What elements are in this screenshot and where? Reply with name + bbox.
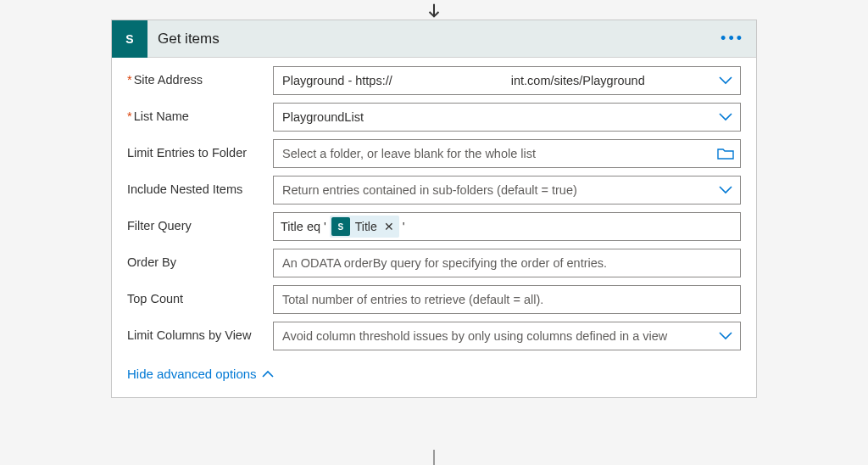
sharepoint-icon: S [331,217,350,236]
field-label: Include Nested Items [127,176,273,196]
dynamic-content-token[interactable]: S Title ✕ [330,216,399,238]
field-order-by: Order By An ODATA orderBy query for spec… [127,249,741,277]
include-nested-input[interactable]: Return entries contained in sub-folders … [273,176,741,204]
field-label: *List Name [127,103,273,123]
card-body: *Site Address Playground - https://int.c… [112,58,756,350]
filter-query-input[interactable]: Title eq ' S Title ✕ ' [273,212,741,241]
card-header[interactable]: S Get items ••• [112,20,756,58]
token-remove-button[interactable]: ✕ [382,220,396,233]
order-by-input[interactable]: An ODATA orderBy query for specifying th… [273,249,741,277]
chevron-down-icon [719,186,732,194]
field-list-name: *List Name PlaygroundList [127,103,741,132]
limit-columns-dropdown[interactable] [711,332,740,340]
chevron-down-icon [719,113,732,121]
folder-icon [717,147,734,160]
chevron-down-icon [719,76,732,85]
field-label: Limit Columns by View [127,322,273,342]
card-title: Get items [158,31,709,48]
card-menu-button[interactable]: ••• [709,30,756,48]
field-label: *Site Address [127,66,273,87]
limit-folder-input[interactable]: Select a folder, or leave blank for the … [273,139,741,168]
required-asterisk: * [127,109,132,123]
sharepoint-icon: S [112,20,147,58]
hide-advanced-options-link[interactable]: Hide advanced options [127,367,274,381]
field-include-nested: Include Nested Items Return entries cont… [127,176,741,204]
flow-connector-line [433,450,435,465]
field-label: Filter Query [127,212,273,232]
field-limit-columns: Limit Columns by View Avoid column thres… [127,322,741,350]
field-filter-query: Filter Query Title eq ' S Title ✕ ' [127,212,741,241]
token-label: Title [355,220,377,233]
field-site-address: *Site Address Playground - https://int.c… [127,66,741,95]
limit-columns-input[interactable]: Avoid column threshold issues by only us… [273,322,741,350]
field-limit-folder: Limit Entries to Folder Select a folder,… [127,139,741,168]
site-address-dropdown[interactable] [711,76,740,85]
folder-picker-button[interactable] [711,147,740,160]
list-name-dropdown[interactable] [711,113,740,121]
field-top-count: Top Count Total number of entries to ret… [127,285,741,314]
chevron-down-icon [719,332,732,340]
field-label: Order By [127,249,273,269]
required-asterisk: * [127,73,132,87]
action-card: S Get items ••• *Site Address Playground… [111,20,757,398]
top-count-input[interactable]: Total number of entries to retrieve (def… [273,285,741,314]
chevron-up-icon [262,370,274,378]
site-address-input[interactable]: Playground - https://int.com/sites/Playg… [273,66,741,95]
field-label: Top Count [127,285,273,305]
advanced-options-row: Hide advanced options [112,358,756,397]
field-label: Limit Entries to Folder [127,139,273,160]
include-nested-dropdown[interactable] [711,186,740,194]
list-name-input[interactable]: PlaygroundList [273,103,741,132]
